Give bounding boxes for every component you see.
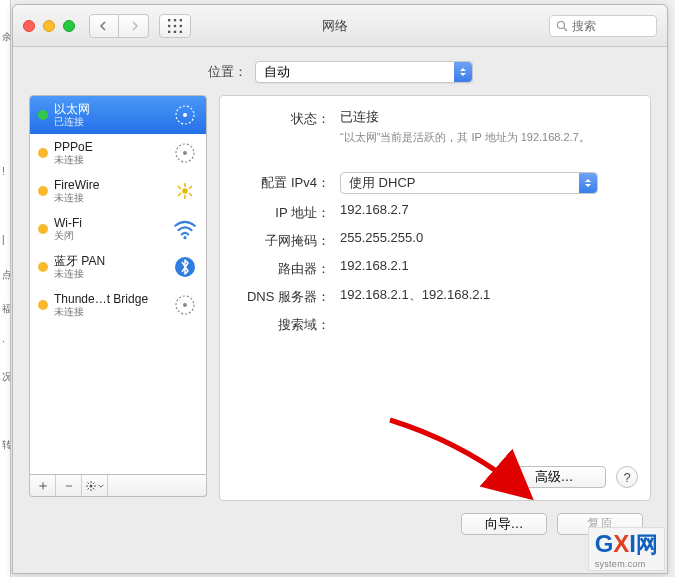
remove-service-button[interactable]: － (56, 475, 82, 496)
minimize-button[interactable] (43, 20, 55, 32)
svg-line-10 (564, 28, 567, 31)
svg-line-34 (88, 488, 90, 490)
svg-line-32 (93, 488, 95, 490)
dns-value: 192.168.2.1、192.168.2.1 (340, 286, 636, 304)
status-dot-icon (38, 224, 48, 234)
status-label: 状态： (234, 108, 340, 128)
add-service-button[interactable]: ＋ (30, 475, 56, 496)
close-button[interactable] (23, 20, 35, 32)
service-name: PPPoE (54, 140, 172, 154)
location-row: 位置： 自动 (13, 47, 667, 95)
ipv4-config-value: 使用 DHCP (349, 174, 415, 192)
ethernet-icon (172, 292, 198, 318)
service-status: 未连接 (54, 306, 172, 318)
network-prefs-window: 网络 位置： 自动 以太网 已连接 (12, 4, 668, 574)
service-name: FireWire (54, 178, 172, 192)
help-button[interactable]: ? (616, 466, 638, 488)
svg-point-15 (183, 189, 187, 193)
svg-line-19 (189, 193, 192, 196)
status-dot-icon (38, 110, 48, 120)
svg-point-9 (558, 21, 565, 28)
window-title: 网络 (121, 17, 549, 35)
service-item-bluetooth[interactable]: 蓝牙 PAN 未连接 (30, 248, 206, 286)
chevron-updown-icon (579, 173, 597, 193)
service-name: Thunde…t Bridge (54, 292, 172, 306)
ip-label: IP 地址： (234, 202, 340, 222)
bluetooth-icon (172, 254, 198, 280)
zoom-button[interactable] (63, 20, 75, 32)
service-actions-button[interactable] (82, 475, 108, 496)
search-input[interactable] (572, 19, 642, 33)
router-value: 192.168.2.1 (340, 258, 636, 273)
status-value: 已连接 (340, 108, 636, 126)
service-status: 已连接 (54, 116, 172, 128)
footer-buttons: 向导… 复原 (13, 501, 667, 535)
service-item-pppoe[interactable]: PPPoE 未连接 (30, 134, 206, 172)
service-status: 未连接 (54, 268, 172, 280)
service-status: 关闭 (54, 230, 172, 242)
back-button[interactable] (89, 14, 119, 38)
service-item-wifi[interactable]: Wi-Fi 关闭 (30, 210, 206, 248)
background-window-sliver: 余!|点福·况转 (0, 0, 11, 577)
svg-point-22 (183, 236, 186, 239)
svg-point-14 (183, 151, 187, 155)
svg-point-26 (90, 484, 93, 487)
status-subtext: “以太网”当前是活跃的，其 IP 地址为 192.168.2.7。 (340, 130, 600, 144)
service-list[interactable]: 以太网 已连接 PPPoE 未连接 (29, 95, 207, 475)
wifi-icon (172, 216, 198, 242)
svg-line-21 (178, 193, 181, 196)
service-name: 蓝牙 PAN (54, 254, 172, 268)
status-dot-icon (38, 148, 48, 158)
svg-line-33 (93, 482, 95, 484)
advanced-button[interactable]: 高级… (502, 466, 606, 488)
svg-line-18 (178, 186, 181, 189)
search-domain-label: 搜索域： (234, 314, 340, 334)
location-label: 位置： (208, 63, 247, 81)
watermark: GXI网 system.com (588, 527, 665, 571)
ipv4-config-label: 配置 IPv4： (234, 172, 340, 192)
service-item-ethernet[interactable]: 以太网 已连接 (30, 96, 206, 134)
mask-value: 255.255.255.0 (340, 230, 636, 245)
location-value: 自动 (264, 63, 290, 81)
ethernet-icon (172, 102, 198, 128)
search-icon (556, 20, 568, 32)
service-name: 以太网 (54, 102, 172, 116)
chevron-down-icon (98, 483, 104, 489)
mask-label: 子网掩码： (234, 230, 340, 250)
svg-line-20 (189, 186, 192, 189)
detail-panel: 状态： 已连接 “以太网”当前是活跃的，其 IP 地址为 192.168.2.7… (219, 95, 651, 501)
firewire-icon (172, 178, 198, 204)
location-select[interactable]: 自动 (255, 61, 473, 83)
ethernet-icon (172, 140, 198, 166)
service-status: 未连接 (54, 192, 172, 204)
service-sidebar: 以太网 已连接 PPPoE 未连接 (29, 95, 207, 501)
status-dot-icon (38, 262, 48, 272)
search-field[interactable] (549, 15, 657, 37)
service-item-firewire[interactable]: FireWire 未连接 (30, 172, 206, 210)
chevron-updown-icon (454, 62, 472, 82)
service-name: Wi-Fi (54, 216, 172, 230)
status-dot-icon (38, 300, 48, 310)
gear-icon (85, 480, 97, 492)
assist-button[interactable]: 向导… (461, 513, 547, 535)
router-label: 路由器： (234, 258, 340, 278)
service-status: 未连接 (54, 154, 172, 166)
service-toolbar: ＋ － (29, 475, 207, 497)
status-dot-icon (38, 186, 48, 196)
svg-point-25 (183, 303, 187, 307)
svg-point-12 (183, 113, 187, 117)
ipv4-config-select[interactable]: 使用 DHCP (340, 172, 598, 194)
titlebar: 网络 (13, 5, 667, 47)
svg-line-31 (88, 482, 90, 484)
dns-label: DNS 服务器： (234, 286, 340, 306)
service-item-thunderbolt[interactable]: Thunde…t Bridge 未连接 (30, 286, 206, 324)
ip-value: 192.168.2.7 (340, 202, 636, 217)
window-controls (23, 20, 75, 32)
